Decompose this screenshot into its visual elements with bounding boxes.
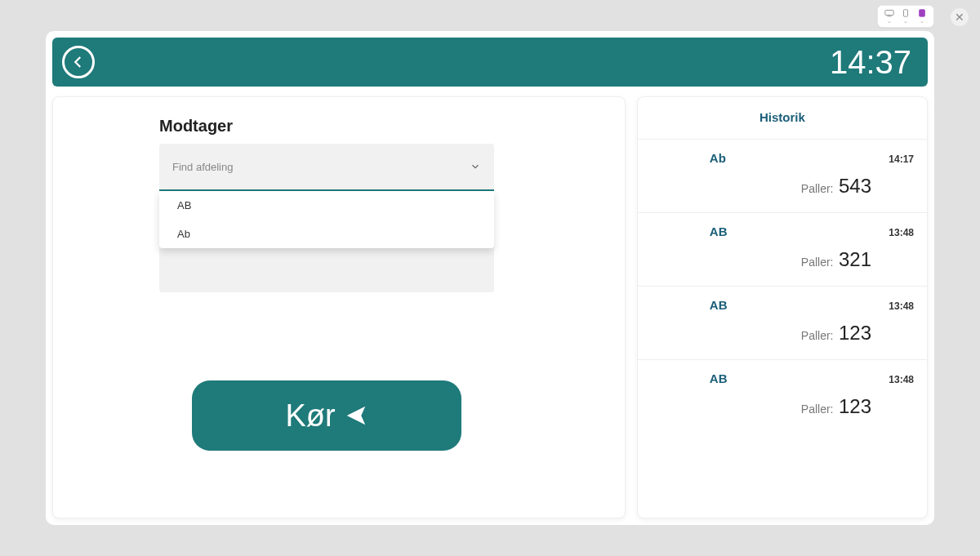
run-button[interactable]: Kør bbox=[192, 380, 461, 451]
send-icon bbox=[344, 403, 368, 428]
svg-rect-0 bbox=[885, 11, 893, 16]
paller-label: Paller: bbox=[801, 329, 834, 342]
device-tablet-icon[interactable]: ⌄ bbox=[917, 9, 927, 24]
close-icon[interactable]: ✕ bbox=[951, 8, 969, 26]
paller-value: 543 bbox=[839, 175, 871, 197]
history-item[interactable]: AB 13:48 Paller: 321 bbox=[638, 212, 927, 286]
dropdown-option[interactable]: AB bbox=[159, 191, 494, 220]
quantity-input[interactable] bbox=[159, 245, 494, 292]
paller-value: 123 bbox=[839, 322, 871, 344]
history-panel: Historik Ab 14:17 Paller: 543 AB 13:48 P… bbox=[637, 96, 928, 518]
device-desktop-icon[interactable]: ⌄ bbox=[884, 9, 894, 24]
history-item[interactable]: AB 13:48 Paller: 123 bbox=[638, 286, 927, 359]
paller-label: Paller: bbox=[801, 403, 834, 416]
main-panel: Modtager Find afdeling AB Ab Kør bbox=[52, 96, 626, 518]
chevron-down-icon bbox=[470, 161, 481, 172]
history-time: 13:48 bbox=[889, 227, 914, 238]
history-item[interactable]: Ab 14:17 Paller: 543 bbox=[638, 139, 927, 212]
select-placeholder: Find afdeling bbox=[172, 161, 233, 173]
app-frame: 14:37 Modtager Find afdeling AB Ab Kør bbox=[46, 31, 934, 525]
chevron-left-icon bbox=[71, 55, 86, 69]
top-bar: 14:37 bbox=[52, 38, 928, 87]
run-button-label: Kør bbox=[285, 398, 335, 434]
history-time: 13:48 bbox=[889, 300, 914, 312]
history-item[interactable]: AB 13:48 Paller: 123 bbox=[638, 359, 927, 433]
paller-label: Paller: bbox=[801, 256, 834, 269]
history-dept: AB bbox=[710, 298, 728, 312]
department-select[interactable]: Find afdeling bbox=[159, 144, 494, 191]
svg-rect-3 bbox=[920, 10, 925, 16]
history-dept: AB bbox=[710, 225, 728, 238]
paller-value: 123 bbox=[839, 395, 871, 417]
dropdown-option[interactable]: Ab bbox=[159, 220, 494, 248]
paller-value: 321 bbox=[839, 248, 871, 270]
back-button[interactable] bbox=[62, 46, 95, 78]
department-dropdown: AB Ab bbox=[159, 191, 494, 248]
history-dept: Ab bbox=[710, 151, 726, 165]
paller-label: Paller: bbox=[801, 182, 834, 195]
recipient-label: Modtager bbox=[159, 117, 592, 136]
device-mobile-icon[interactable]: ⌄ bbox=[901, 9, 911, 24]
history-dept: AB bbox=[710, 371, 728, 385]
history-title: Historik bbox=[638, 97, 927, 139]
history-time: 13:48 bbox=[889, 374, 914, 385]
content-area: Modtager Find afdeling AB Ab Kør bbox=[52, 96, 928, 518]
history-time: 14:17 bbox=[889, 153, 914, 165]
clock-time: 14:37 bbox=[830, 44, 911, 81]
device-preview-toolbar[interactable]: ⌄ ⌄ ⌄ bbox=[877, 5, 934, 28]
svg-rect-2 bbox=[904, 10, 908, 16]
